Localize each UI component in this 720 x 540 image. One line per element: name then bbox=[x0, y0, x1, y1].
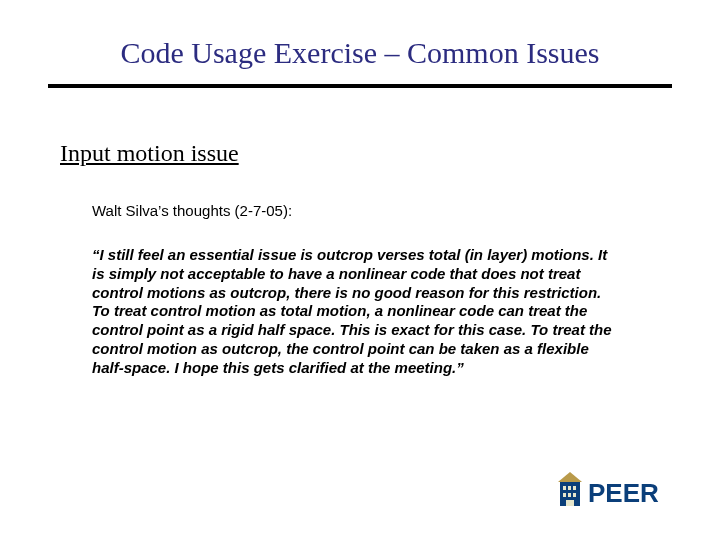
logo-text: PEER bbox=[588, 478, 659, 508]
svg-rect-5 bbox=[563, 493, 566, 497]
logo-building-icon bbox=[558, 472, 582, 506]
svg-rect-6 bbox=[568, 493, 571, 497]
svg-rect-4 bbox=[573, 486, 576, 490]
svg-rect-3 bbox=[568, 486, 571, 490]
svg-rect-2 bbox=[563, 486, 566, 490]
title-rule bbox=[48, 84, 672, 88]
svg-marker-0 bbox=[558, 472, 582, 482]
slide-title: Code Usage Exercise – Common Issues bbox=[0, 36, 720, 70]
peer-logo-svg: PEER bbox=[554, 464, 684, 514]
quote-block: “I still feel an essential issue is outc… bbox=[92, 246, 622, 377]
lead-line: Walt Silva’s thoughts (2-7-05): bbox=[92, 202, 292, 219]
slide-subtitle: Input motion issue bbox=[60, 140, 239, 167]
peer-logo: PEER bbox=[554, 464, 684, 514]
svg-rect-7 bbox=[573, 493, 576, 497]
slide: Code Usage Exercise – Common Issues Inpu… bbox=[0, 0, 720, 540]
svg-rect-8 bbox=[566, 500, 574, 506]
